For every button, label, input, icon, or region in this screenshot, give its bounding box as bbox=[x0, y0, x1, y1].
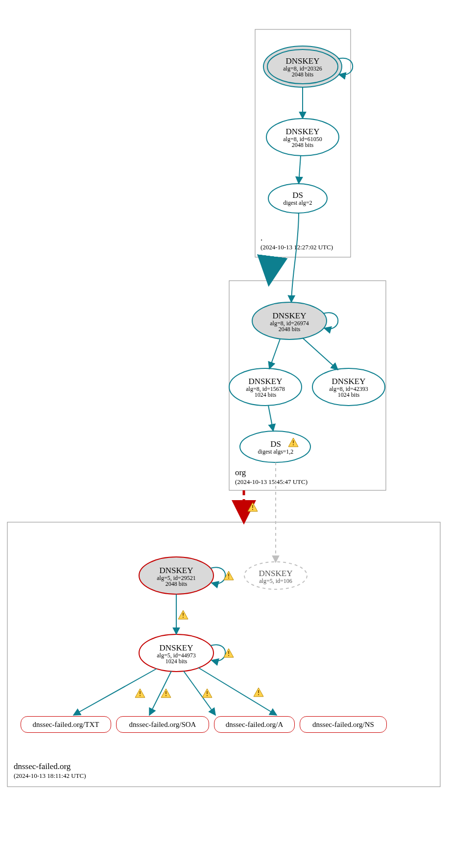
warning-icon bbox=[223, 571, 234, 581]
node-failed-zsk-label[interactable]: DNSKEY alg=5, id=44973 1024 bits bbox=[142, 644, 211, 665]
record-a[interactable]: dnssec-failed.org/A bbox=[214, 716, 295, 733]
zone-root-name: . bbox=[261, 233, 262, 243]
node-org-zsk1-label[interactable]: DNSKEY alg=8, id=15678 1024 bits bbox=[231, 377, 300, 398]
zone-root-time: (2024-10-13 12:27:02 UTC) bbox=[261, 243, 333, 251]
node-root-zsk-label[interactable]: DNSKEY alg=8, id=61050 2048 bits bbox=[268, 127, 337, 148]
node-org-ksk-label[interactable]: DNSKEY alg=8, id=26974 2048 bits bbox=[255, 312, 324, 333]
warning-icon bbox=[223, 648, 234, 659]
node-root-ds-label[interactable]: DS digest alg=2 bbox=[268, 191, 327, 206]
warning-icon bbox=[161, 688, 171, 699]
zone-failed-time: (2024-10-13 18:11:42 UTC) bbox=[14, 772, 86, 780]
node-org-zsk2-label[interactable]: DNSKEY alg=8, id=42393 1024 bits bbox=[314, 377, 383, 398]
dnssec-diagram bbox=[0, 0, 450, 868]
node-failed-ksk-label[interactable]: DNSKEY alg=5, id=29521 2048 bits bbox=[142, 566, 211, 587]
warning-icon bbox=[178, 610, 189, 621]
zone-org-time: (2024-10-13 15:45:47 UTC) bbox=[235, 478, 308, 486]
warning-icon bbox=[202, 688, 213, 699]
record-txt[interactable]: dnssec-failed.org/TXT bbox=[21, 716, 111, 733]
record-soa[interactable]: dnssec-failed.org/SOA bbox=[116, 716, 209, 733]
node-root-ksk-label[interactable]: DNSKEY alg=8, id=20326 2048 bits bbox=[268, 57, 337, 78]
warning-icon bbox=[247, 502, 258, 513]
zone-org-name: org bbox=[235, 468, 246, 478]
edge-root-to-org-delegation bbox=[269, 257, 272, 281]
warning-icon bbox=[135, 688, 145, 699]
zone-failed-name: dnssec-failed.org bbox=[14, 762, 71, 772]
record-ns[interactable]: dnssec-failed.org/NS bbox=[300, 716, 387, 733]
warning-icon bbox=[253, 687, 264, 698]
warning-icon bbox=[288, 437, 299, 448]
edge-root-ds-to-org-ksk bbox=[291, 213, 299, 302]
node-failed-ghost-label[interactable]: DNSKEY alg=5, id=106 bbox=[246, 569, 305, 584]
